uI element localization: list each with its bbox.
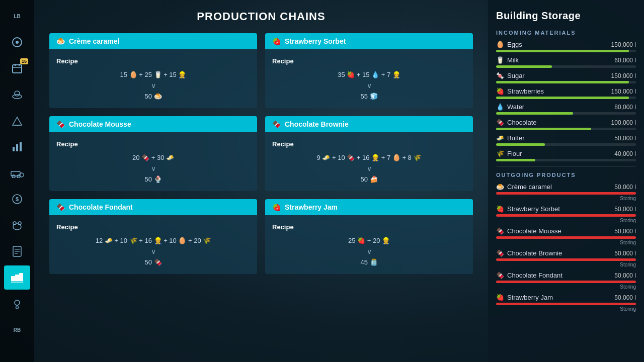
recipe-label-chocolate-brownie: Recipe bbox=[272, 140, 466, 148]
creme-caramel-icon: 🍮 bbox=[56, 37, 65, 45]
chocolate-mousse-name: Chocolate Mousse bbox=[69, 120, 131, 128]
contracts-icon bbox=[12, 246, 22, 257]
chain-body-chocolate-fondant: Recipe 12 🧈 + 10 🌾 + 16 👷 + 10 🥚 + 20 🌾 … bbox=[49, 215, 257, 274]
sidebar-item-weather[interactable] bbox=[4, 82, 30, 107]
milk-progress-bar bbox=[496, 65, 636, 68]
milk-progress-fill bbox=[496, 65, 552, 68]
chain-card-chocolate-fondant: 🍫 Chocolate Fondant Recipe 12 🧈 + 10 🌾 +… bbox=[49, 199, 257, 274]
main-content: PRODUCTION CHAINS 🍮 Crème caramel Recipe… bbox=[34, 0, 644, 362]
storage-item-out-mousse: 🍫 Chocolate Mousse 50,000 l Storing bbox=[496, 227, 636, 245]
chain-body-strawberry-sorbet: Recipe 35 🍓 + 15 💧 + 7 👷 ∨ 55 🧊 bbox=[265, 49, 473, 108]
sidebar-item-overview[interactable] bbox=[4, 30, 30, 54]
out-mousse-icon: 🍫 bbox=[496, 227, 504, 235]
sidebar-item-map[interactable] bbox=[4, 292, 30, 316]
strawberries-icon: 🍓 bbox=[496, 87, 504, 95]
storage-item-milk: 🥛 Milk 60,000 l bbox=[496, 56, 636, 68]
chocolate-fondant-icon: 🍫 bbox=[56, 203, 65, 211]
svg-point-6 bbox=[15, 91, 20, 96]
sugar-name: Sugar bbox=[507, 72, 525, 79]
ingredients-creme-caramel: 15 🥚 + 25 🥛 + 15 👷 bbox=[56, 71, 250, 78]
out-fondant-amount: 50,000 l bbox=[614, 272, 636, 279]
out-jam-storing: Storing bbox=[496, 306, 636, 312]
storage-item-eggs: 🥚 Eggs 150,000 l bbox=[496, 41, 636, 52]
milk-amount: 60,000 l bbox=[614, 57, 636, 64]
out-creme-progress-bar bbox=[496, 192, 636, 195]
svg-rect-2 bbox=[13, 65, 22, 73]
out-mousse-name: Chocolate Mousse bbox=[507, 227, 561, 235]
butter-progress-fill bbox=[496, 143, 545, 146]
sidebar-item-rb[interactable]: RB bbox=[4, 318, 30, 342]
sidebar-item-contracts[interactable] bbox=[4, 239, 30, 263]
production-icon bbox=[11, 272, 24, 283]
out-creme-amount: 50,000 l bbox=[614, 184, 636, 191]
chain-header-chocolate-mousse: 🍫 Chocolate Mousse bbox=[49, 116, 257, 132]
sidebar-item-farm[interactable] bbox=[4, 109, 30, 133]
milk-icon: 🥛 bbox=[496, 56, 504, 64]
chain-card-creme-caramel: 🍮 Crème caramel Recipe 15 🥚 + 25 🥛 + 15 … bbox=[49, 33, 257, 108]
recipe-label-chocolate-fondant: Recipe bbox=[56, 223, 250, 231]
svg-rect-26 bbox=[15, 275, 19, 281]
calendar-badge: 15 bbox=[20, 58, 28, 64]
out-jam-name: Strawberry Jam bbox=[507, 294, 553, 301]
svg-rect-27 bbox=[19, 273, 23, 281]
out-sorbet-storing: Storing bbox=[496, 218, 636, 223]
out-brownie-amount: 50,000 l bbox=[614, 250, 636, 257]
storage-item-out-jam: 🍓 Strawberry Jam 50,000 l Storing bbox=[496, 294, 636, 312]
sidebar: LB 15 bbox=[0, 0, 34, 362]
storage-item-out-sorbet: 🍓 Strawberry Sorbet 50,000 l Storing bbox=[496, 205, 636, 223]
recipe-label-strawberry-sorbet: Recipe bbox=[272, 57, 466, 65]
svg-rect-9 bbox=[13, 147, 15, 151]
strawberries-name: Strawberries bbox=[507, 87, 544, 95]
svg-rect-11 bbox=[20, 142, 22, 151]
ingredients-chocolate-mousse: 20 🍫 + 30 🧈 bbox=[56, 154, 250, 161]
chain-header-strawberry-sorbet: 🍓 Strawberry Sorbet bbox=[265, 33, 473, 49]
out-creme-icon: 🍮 bbox=[496, 183, 504, 191]
sidebar-item-animals[interactable] bbox=[4, 213, 30, 237]
sidebar-item-production[interactable] bbox=[4, 265, 30, 290]
chocolate-brownie-icon: 🍫 bbox=[272, 120, 281, 128]
chocolate-brownie-name: Chocolate Brownie bbox=[285, 120, 349, 128]
production-panel: PRODUCTION CHAINS 🍮 Crème caramel Recipe… bbox=[34, 0, 488, 362]
arrow-chocolate-brownie: ∨ bbox=[272, 164, 466, 172]
ingredients-chocolate-fondant: 12 🧈 + 10 🌾 + 16 👷 + 10 🥚 + 20 🌾 bbox=[56, 237, 250, 244]
chain-card-chocolate-mousse: 🍫 Chocolate Mousse Recipe 20 🍫 + 30 🧈 ∨ … bbox=[49, 116, 257, 191]
chain-body-creme-caramel: Recipe 15 🥚 + 25 🥛 + 15 👷 ∨ 50 🍮 bbox=[49, 49, 257, 108]
arrow-strawberry-sorbet: ∨ bbox=[272, 81, 466, 89]
storage-item-out-brownie: 🍫 Chocolate Brownie 50,000 l Storing bbox=[496, 249, 636, 267]
out-sorbet-amount: 50,000 l bbox=[614, 206, 636, 213]
eggs-progress-fill bbox=[496, 50, 629, 52]
strawberries-progress-fill bbox=[496, 97, 629, 99]
out-brownie-storing: Storing bbox=[496, 262, 636, 267]
storage-item-chocolate: 🍫 Chocolate 100,000 l bbox=[496, 119, 636, 130]
flour-progress-fill bbox=[496, 159, 535, 161]
output-strawberry-jam: 45 🫙 bbox=[272, 258, 466, 266]
sidebar-item-stats[interactable] bbox=[4, 135, 30, 159]
chain-header-chocolate-brownie: 🍫 Chocolate Brownie bbox=[265, 116, 473, 132]
creme-caramel-name: Crème caramel bbox=[69, 37, 119, 45]
farm-icon bbox=[11, 115, 23, 126]
sidebar-item-calendar[interactable]: 15 bbox=[4, 56, 30, 80]
chocolate-mousse-icon: 🍫 bbox=[56, 120, 65, 128]
out-sorbet-progress-bar bbox=[496, 214, 636, 217]
out-brownie-progress-bar bbox=[496, 258, 636, 261]
out-sorbet-name: Strawberry Sorbet bbox=[507, 205, 560, 213]
flour-icon: 🌾 bbox=[496, 150, 504, 157]
chains-grid: 🍮 Crème caramel Recipe 15 🥚 + 25 🥛 + 15 … bbox=[49, 33, 473, 274]
svg-point-1 bbox=[16, 41, 19, 44]
chain-body-chocolate-mousse: Recipe 20 🍫 + 30 🧈 ∨ 50 🍨 bbox=[49, 132, 257, 191]
output-chocolate-brownie: 50 🍰 bbox=[272, 175, 466, 183]
eggs-name: Eggs bbox=[507, 41, 522, 48]
out-fondant-progress-fill bbox=[496, 281, 636, 283]
chain-body-strawberry-jam: Recipe 25 🍓 + 20 👷 ∨ 45 🫙 bbox=[265, 215, 473, 274]
flour-amount: 40,000 l bbox=[614, 150, 636, 157]
overview-icon bbox=[12, 37, 23, 48]
storage-item-sugar: 🍬 Sugar 150,000 l bbox=[496, 72, 636, 83]
chocolate-progress-fill bbox=[496, 128, 591, 130]
sidebar-item-lb[interactable]: LB bbox=[4, 4, 30, 28]
sidebar-item-finance[interactable]: $ bbox=[4, 187, 30, 211]
sidebar-item-vehicle[interactable] bbox=[4, 161, 30, 185]
water-progress-fill bbox=[496, 112, 573, 115]
milk-name: Milk bbox=[507, 56, 519, 64]
finance-icon: $ bbox=[12, 194, 23, 205]
arrow-strawberry-jam: ∨ bbox=[272, 247, 466, 255]
